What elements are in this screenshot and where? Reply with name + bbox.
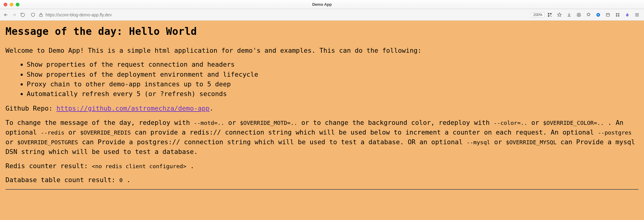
config-text: or <box>224 119 240 126</box>
code-redis-flag: --redis <box>41 129 65 136</box>
repo-paragraph: Github Repo: https://github.com/astromec… <box>5 104 639 113</box>
db-result-line: Database table count result: 0 . <box>5 175 639 185</box>
repo-period: . <box>210 105 213 112</box>
svg-point-9 <box>598 14 599 15</box>
maximize-window-button[interactable] <box>16 3 19 6</box>
library-icon[interactable] <box>605 12 611 18</box>
divider <box>5 189 639 190</box>
list-item: Automatically refresh every 5 (or ?refre… <box>27 89 639 99</box>
config-text: or <box>527 119 543 126</box>
config-text: To change the message of the day, redepl… <box>5 119 194 126</box>
zoom-level-badge[interactable]: 200% <box>531 12 545 18</box>
db-period: . <box>123 176 131 184</box>
qr-icon[interactable] <box>547 12 552 18</box>
code-postgres-flag: --postgres <box>598 129 632 136</box>
svg-point-7 <box>578 14 579 15</box>
url-bar[interactable]: https://score-blog-demo-app.fly.dev <box>29 12 526 18</box>
list-item: Proxy chain to other demo-app instances … <box>27 79 639 89</box>
svg-rect-3 <box>548 15 549 17</box>
reload-button[interactable] <box>20 12 25 18</box>
svg-rect-10 <box>606 13 610 16</box>
list-item: Show properties of the deployment enviro… <box>27 70 639 79</box>
config-text: or <box>64 128 80 136</box>
heading-prefix: Message of the day: <box>5 25 129 37</box>
browser-toolbar: https://score-blog-demo-app.fly.dev 200% <box>0 9 644 21</box>
code-override-postgres: $OVERRIDE_POSTGRES <box>17 139 78 145</box>
config-paragraph: To change the message of the day, redepl… <box>5 118 639 157</box>
nav-button-group <box>3 12 25 18</box>
account-icon[interactable] <box>576 12 582 18</box>
traffic-lights <box>4 3 19 6</box>
redis-result-line: Redis counter result: <no redis client c… <box>5 161 639 171</box>
shield-icon[interactable] <box>30 12 36 18</box>
feature-list: Show properties of the request connectio… <box>5 60 639 99</box>
redis-value: <no redis client configured> <box>92 163 186 169</box>
intro-paragraph: Welcome to Demo App! This is a simple ht… <box>5 46 639 55</box>
config-text: can Provide a postgres:// connection str… <box>78 138 466 146</box>
code-mysql-flag: --mysql <box>467 139 490 145</box>
db-value: 0 <box>119 177 122 183</box>
redis-period: . <box>186 162 194 170</box>
code-color-flag: --color=.. <box>494 120 527 126</box>
window-titlebar: Demo App <box>0 0 644 9</box>
code-motd-flag: --motd=.. <box>194 120 224 126</box>
config-text: or to change the background color, redep… <box>297 119 494 126</box>
hamburger-menu-icon[interactable] <box>634 12 640 18</box>
svg-rect-14 <box>618 15 619 16</box>
svg-rect-0 <box>39 15 42 16</box>
code-override-motd: $OVERRIDE_MOTD=.. <box>240 120 297 126</box>
bookmark-star-icon[interactable] <box>557 12 562 18</box>
minimize-window-button[interactable] <box>10 3 13 6</box>
svg-rect-2 <box>550 13 552 15</box>
code-override-mysql: $OVERRIDE_MYSQL <box>506 139 557 145</box>
close-window-button[interactable] <box>4 3 7 6</box>
back-button[interactable] <box>3 12 8 18</box>
repo-link[interactable]: https://github.com/astromechza/demo-app <box>56 105 210 112</box>
svg-rect-1 <box>548 13 549 15</box>
config-text: or <box>5 138 17 146</box>
list-item: Show properties of the request connectio… <box>27 60 639 69</box>
svg-rect-12 <box>618 13 619 14</box>
lock-icon[interactable] <box>38 12 44 18</box>
heading-motd: Hello World <box>129 25 197 37</box>
download-icon[interactable] <box>566 12 572 18</box>
page-heading: Message of the day: Hello World <box>5 25 639 37</box>
apps-grid-icon[interactable] <box>615 12 620 18</box>
redis-label: Redis counter result: <box>5 162 92 170</box>
config-text: or <box>490 138 506 146</box>
config-text: can provide a redis:// connection string… <box>131 128 598 136</box>
svg-rect-13 <box>616 15 617 16</box>
extensions-icon[interactable] <box>586 12 591 18</box>
page-content: Message of the day: Hello World Welcome … <box>0 21 644 220</box>
svg-rect-11 <box>616 13 617 14</box>
code-override-color: $OVERRIDE_COLOR=.. <box>543 120 604 126</box>
drop-icon[interactable] <box>625 12 630 18</box>
code-override-redis: $OVERRIDE_REDIS <box>80 129 131 136</box>
repo-label: Github Repo: <box>5 105 56 112</box>
forward-button[interactable] <box>12 12 17 18</box>
db-label: Database table count result: <box>5 176 119 184</box>
toolbar-right-icons <box>547 12 641 18</box>
url-text: https://score-blog-demo-app.fly.dev <box>45 12 112 17</box>
password-manager-icon[interactable] <box>595 12 601 18</box>
window-title: Demo App <box>312 2 332 7</box>
svg-rect-5 <box>551 16 552 17</box>
svg-rect-4 <box>550 15 551 16</box>
